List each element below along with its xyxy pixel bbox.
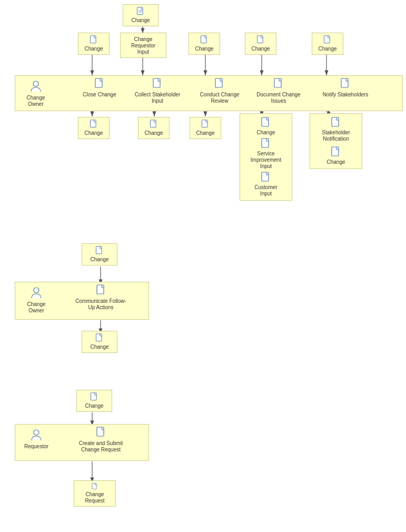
swimlane3-create-submit: Create and SubmitChange Request (60, 427, 142, 453)
doc-icon-communicate (96, 284, 106, 296)
swimlane1-document-change-issues: Document ChangeIssues (252, 78, 305, 104)
doc-icon-n15 (94, 246, 105, 255)
person-icon-1 (30, 80, 42, 93)
swimlane3-requestor-label: Requestor (17, 444, 55, 450)
svg-point-28 (33, 81, 38, 86)
doc-icon-close-change (94, 78, 105, 90)
swimlane1-document-label: Document ChangeIssues (252, 92, 305, 104)
doc-icon-stakeholder (331, 117, 341, 129)
node-change-top: Change (123, 4, 159, 26)
box-document-issues-children: Change ServiceImprovementInput CustomerI… (240, 113, 292, 201)
node-change-n17: Change (76, 390, 112, 412)
box-notify-children: StakeholderNotification Change (310, 113, 362, 169)
swimlane2-communicate-label: Communicate Follow-Up Actions (60, 298, 142, 311)
doc-icon-6 (322, 35, 333, 45)
node-change-n15: Change (82, 243, 117, 265)
swimlane1-conduct-change-review: Conduct ChangeReview (193, 78, 246, 104)
swimlane1-notify-label: Notify Stakeholders (316, 92, 374, 98)
swimlane3-create-submit-label: Create and SubmitChange Request (60, 440, 142, 453)
node-change-n17-label: Change (85, 403, 103, 409)
node-change-request-n18-label: ChangeRequest (85, 491, 104, 504)
doc-icon-n10 (261, 117, 271, 129)
person-icon-3 (31, 429, 42, 441)
swimlane-1: ChangeOwner Close Change Collect Stakeho… (15, 75, 403, 111)
doc-icon-n8 (148, 120, 159, 129)
svg-point-47 (34, 430, 39, 435)
node-change-n4-label: Change (195, 46, 213, 52)
svg-point-43 (34, 288, 39, 293)
node-service-improvement-label: ServiceImprovementInput (251, 151, 281, 170)
swimlane1-conduct-label: Conduct ChangeReview (193, 92, 246, 104)
doc-icon-3 (88, 35, 99, 45)
node-service-improvement: ServiceImprovementInput (243, 138, 289, 170)
swimlane2-change-owner: ChangeOwner (17, 287, 55, 314)
node-change-n8-label: Change (144, 130, 163, 136)
doc-icon-n14 (331, 146, 341, 158)
swimlane-3: Requestor Create and SubmitChange Reques… (15, 424, 149, 461)
doc-icon-n12 (261, 172, 271, 183)
node-requestor-input-label: ChangeRequestorInput (131, 36, 155, 55)
swimlane1-change-owner: ChangeOwner (17, 80, 54, 107)
doc-icon-5 (255, 35, 266, 45)
swimlane3-requestor: Requestor (17, 429, 55, 450)
doc-icon-collect (152, 78, 163, 90)
swimlane1-collect-label: Collect StakeholderInput (131, 92, 184, 104)
swimlane1-change-owner-label: ChangeOwner (17, 95, 54, 107)
swimlane1-close-change-label: Close Change (78, 92, 121, 98)
diagram-canvas: Change ChangeRequestorInput Change Chang… (0, 0, 406, 532)
swimlane1-notify-stakeholders: Notify Stakeholders (316, 78, 374, 98)
node-change-n5-label: Change (251, 46, 270, 52)
doc-icon-n9 (200, 120, 211, 129)
doc-icon-n7 (88, 120, 99, 129)
doc-icon-create-submit (96, 427, 106, 438)
doc-icon-n18 (90, 483, 100, 490)
doc-icon (135, 7, 146, 16)
doc-icon-n11 (261, 138, 271, 150)
node-change-n7: Change (78, 117, 110, 139)
node-customer-input-label: CustomerInput (254, 184, 277, 197)
swimlane1-collect-stakeholder: Collect StakeholderInput (131, 78, 184, 104)
node-change-n16-label: Change (90, 344, 108, 350)
node-change-n10: Change (243, 117, 289, 136)
node-change-n4: Change (189, 33, 220, 55)
node-change-n3: Change (78, 33, 110, 55)
person-icon-2 (31, 287, 42, 299)
node-change-n7-label: Change (84, 130, 103, 136)
node-change-n14-label: Change (326, 159, 345, 165)
doc-icon-4 (199, 35, 210, 45)
node-change-n10-label: Change (256, 130, 275, 136)
doc-icon-conduct (214, 78, 225, 90)
node-change-n9-label: Change (196, 130, 214, 136)
doc-icon-notify (340, 78, 351, 90)
doc-icon-n17 (89, 392, 100, 402)
doc-icon-document (273, 78, 284, 90)
node-change-n15-label: Change (90, 257, 108, 263)
node-stakeholder-notification-label: StakeholderNotification (322, 130, 350, 142)
swimlane2-change-owner-label: ChangeOwner (17, 301, 55, 314)
swimlane1-close-change: Close Change (78, 78, 121, 98)
swimlane-2: ChangeOwner Communicate Follow-Up Action… (15, 282, 149, 320)
swimlane2-communicate: Communicate Follow-Up Actions (60, 284, 142, 311)
node-change-n3-label: Change (84, 46, 103, 52)
node-customer-input: CustomerInput (243, 172, 289, 197)
node-change-n6: Change (312, 33, 343, 55)
node-change-request-n18: ChangeRequest (74, 480, 116, 507)
node-stakeholder-notification: StakeholderNotification (313, 117, 359, 142)
node-change-n9: Change (190, 117, 221, 139)
node-change-top-label: Change (131, 17, 150, 24)
doc-icon-n16 (94, 333, 105, 343)
node-change-n5: Change (245, 33, 276, 55)
node-requestor-input: ChangeRequestorInput (120, 33, 166, 58)
node-change-n16: Change (82, 331, 117, 353)
node-change-n6-label: Change (318, 46, 336, 52)
node-change-n8: Change (138, 117, 170, 139)
node-change-n14: Change (313, 146, 359, 165)
